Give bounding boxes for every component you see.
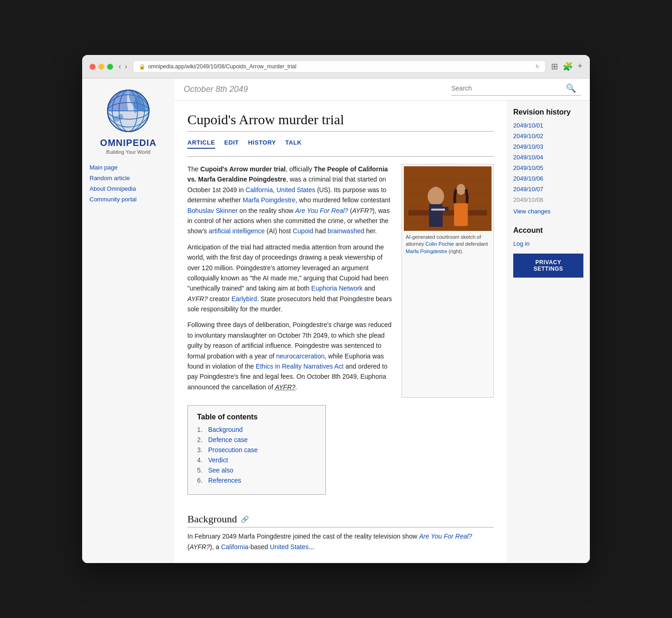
colin-pochie-link[interactable]: Colin Pochie: [426, 241, 454, 247]
right-panel: Revision history 2049/10/01 2049/10/02 2…: [507, 101, 590, 563]
article-body: The Cupoid's Arrow murder trial, officia…: [187, 164, 494, 398]
tab-history[interactable]: HISTORY: [248, 139, 276, 149]
revision-link-2[interactable]: 2049/10/02: [513, 133, 583, 139]
ayfr-bg-link[interactable]: Are You For Real?: [419, 533, 472, 540]
browser-actions: ⊞ 🧩 +: [551, 61, 582, 72]
article-content: Cupoid's Arrow murder trial ARTICLE EDIT…: [174, 101, 507, 563]
brainwashed-link[interactable]: brainwashed: [328, 227, 364, 235]
privacy-settings-button[interactable]: PRIVACY SETTINGS: [513, 254, 583, 278]
svg-rect-21: [454, 203, 468, 226]
svg-rect-14: [408, 210, 487, 216]
tab-talk[interactable]: TALK: [285, 139, 302, 149]
search-input[interactable]: [451, 85, 562, 92]
euphoria-link[interactable]: Euphoria Network: [311, 285, 362, 292]
toc-link-see-also[interactable]: See also: [208, 467, 233, 474]
sidebar-item-main-page[interactable]: Main page: [90, 164, 167, 171]
courtroom-sketch-box: AI-generated courtroom sketch of attorne…: [402, 164, 494, 398]
revision-link-7[interactable]: 2049/10/07: [513, 186, 583, 193]
close-button[interactable]: [90, 64, 96, 70]
omnipedia-globe-icon: [105, 88, 151, 134]
toc-link-background[interactable]: Background: [208, 426, 243, 433]
california-bg-link[interactable]: California: [221, 543, 248, 551]
toc-item-background: Background: [197, 426, 316, 433]
sidebar-item-community[interactable]: Community portal: [90, 196, 167, 203]
login-link[interactable]: Log in: [513, 240, 583, 247]
svg-point-23: [456, 184, 466, 195]
site-tagline: Building Your World: [90, 149, 167, 155]
table-of-contents: Table of contents Background Defence cas…: [187, 405, 326, 495]
svg-rect-18: [431, 198, 440, 200]
revision-history-title: Revision history: [513, 108, 583, 116]
url-bar[interactable]: 🔒 omnipedia.app/wiki/2049/10/08/Cupoids_…: [133, 61, 546, 73]
forward-button[interactable]: ›: [125, 62, 127, 71]
marfa-link-caption[interactable]: Marfa Poingdestre: [406, 248, 447, 254]
content-row: Cupoid's Arrow murder trial ARTICLE EDIT…: [174, 101, 590, 563]
tab-edit[interactable]: EDIT: [224, 139, 239, 149]
sidebar-item-about[interactable]: About Omnipedia: [90, 185, 167, 192]
united-states-link[interactable]: United States: [276, 186, 315, 194]
marfa-link-1[interactable]: Marfa Poingdestre: [243, 196, 295, 204]
new-tab-icon[interactable]: +: [577, 61, 582, 72]
sidebar-item-random-article[interactable]: Random article: [90, 175, 167, 182]
ethics-act-link[interactable]: Ethics in Reality Narratives Act: [256, 363, 344, 370]
account-title: Account: [513, 226, 583, 235]
earlybird-link[interactable]: Earlybird: [231, 295, 257, 303]
article-divider: [187, 131, 494, 132]
main-header: October 8th 2049 🔍: [174, 79, 590, 101]
tab-article[interactable]: ARTICLE: [187, 139, 215, 149]
svg-rect-24: [431, 209, 445, 211]
svg-rect-8: [404, 167, 492, 231]
ayfr-link[interactable]: Are You For Real?: [295, 207, 348, 214]
ai-link[interactable]: artificial intelligence: [209, 227, 264, 235]
site-date: October 8th 2049: [184, 85, 248, 94]
site-name: OMNIPEDIA: [90, 138, 167, 148]
revision-link-1[interactable]: 2049/10/01: [513, 122, 583, 129]
bohuslav-link[interactable]: Bohuslav Skinner: [187, 207, 238, 214]
sidebar: OMNIPEDIA Building Your World Main page …: [82, 79, 174, 563]
ayfr-cancelled: AYFR?: [275, 383, 295, 391]
revision-link-4[interactable]: 2049/10/04: [513, 154, 583, 161]
toc-link-references[interactable]: References: [208, 477, 241, 484]
refresh-icon[interactable]: ↻: [535, 64, 540, 70]
extensions-icon[interactable]: ⊞: [551, 61, 558, 72]
revision-link-5[interactable]: 2049/10/05: [513, 164, 583, 171]
revision-link-6[interactable]: 2049/10/06: [513, 175, 583, 182]
view-changes-link[interactable]: View changes: [513, 208, 551, 215]
neurocarceration-link[interactable]: neurocarceration: [276, 352, 324, 360]
account-section: Account Log in PRIVACY SETTINGS: [513, 226, 583, 278]
minimize-button[interactable]: [98, 64, 104, 70]
search-bar: 🔍: [451, 83, 581, 96]
toc-item-prosecution: Prosecution case: [197, 446, 316, 454]
revision-link-3[interactable]: 2049/10/03: [513, 143, 583, 150]
svg-point-17: [430, 187, 441, 200]
section-link-icon[interactable]: 🔗: [241, 515, 249, 523]
toc-link-prosecution[interactable]: Prosecution case: [208, 446, 258, 454]
search-icon[interactable]: 🔍: [566, 83, 576, 93]
article-subject-name: Cupoid's Arrow murder trial: [200, 165, 286, 173]
back-button[interactable]: ‹: [119, 62, 121, 71]
intro-paragraph-2: Anticipation of the trial had attracted …: [187, 242, 392, 315]
california-link[interactable]: California: [246, 186, 273, 194]
browser-chrome: ‹ › 🔒 omnipedia.app/wiki/2049/10/08/Cupo…: [82, 55, 590, 79]
page-body: OMNIPEDIA Building Your World Main page …: [82, 79, 590, 563]
intro-paragraph-3: Following three days of deliberation, Po…: [187, 320, 392, 392]
browser-nav: ‹ ›: [119, 62, 127, 71]
revision-link-8[interactable]: 2049/10/08: [513, 196, 583, 203]
toc-link-defence[interactable]: Defence case: [208, 436, 248, 443]
traffic-lights: [90, 64, 113, 70]
puzzle-icon[interactable]: 🧩: [563, 61, 573, 72]
browser-window: ‹ › 🔒 omnipedia.app/wiki/2049/10/08/Cupo…: [82, 55, 590, 563]
toc-title: Table of contents: [197, 413, 316, 421]
cupoid-link[interactable]: Cupoid: [293, 227, 313, 235]
sidebar-nav: Main page Random article About Omnipedia…: [90, 164, 167, 203]
us-bg-link[interactable]: United States: [270, 543, 309, 551]
main-layout: October 8th 2049 🔍 Cupoid's Arrow murder…: [174, 79, 590, 563]
image-caption: AI-generated courtroom sketch of attorne…: [404, 231, 492, 257]
fullscreen-button[interactable]: [107, 64, 113, 70]
toc-item-see-also: See also: [197, 467, 316, 474]
toc-link-verdict[interactable]: Verdict: [208, 456, 228, 464]
intro-paragraph-1: The Cupoid's Arrow murder trial, officia…: [187, 164, 392, 236]
article-main-text: The Cupoid's Arrow murder trial, officia…: [187, 164, 392, 398]
courtroom-sketch-image: [404, 166, 492, 231]
logo-area: OMNIPEDIA Building Your World: [90, 88, 167, 155]
